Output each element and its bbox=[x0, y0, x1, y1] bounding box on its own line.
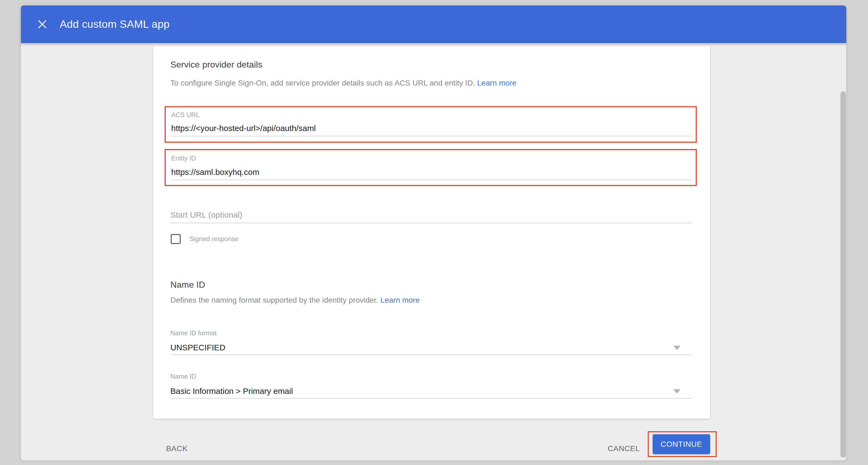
learn-more-link[interactable]: Learn more bbox=[477, 79, 516, 87]
back-button[interactable]: BACK bbox=[166, 444, 188, 453]
name-id-format-dropdown[interactable]: UNSPECIFIED bbox=[170, 343, 225, 352]
name-id-format-underline bbox=[170, 355, 692, 355]
acs-url-underline bbox=[171, 136, 693, 136]
entity-id-input[interactable]: https://saml.boxyhq.com bbox=[171, 168, 259, 177]
name-id-heading: Name ID bbox=[170, 280, 205, 290]
name-id-dropdown[interactable]: Basic Information > Primary email bbox=[170, 387, 293, 396]
triangle-down-icon[interactable] bbox=[673, 389, 680, 394]
signed-response-label: Signed response bbox=[189, 235, 239, 243]
dialog-title: Add custom SAML app bbox=[60, 18, 169, 30]
start-url-underline bbox=[170, 223, 692, 223]
cancel-button[interactable]: CANCEL bbox=[608, 444, 640, 453]
entity-id-label: Entity ID bbox=[171, 155, 196, 162]
entity-id-underline bbox=[171, 179, 693, 180]
learn-more-link[interactable]: Learn more bbox=[380, 296, 420, 304]
dialog-header: Add custom SAML app bbox=[21, 5, 846, 43]
signed-response-checkbox[interactable] bbox=[170, 234, 181, 244]
triangle-down-icon[interactable] bbox=[673, 346, 680, 350]
service-provider-description: To configure Single Sign-On, add service… bbox=[170, 79, 517, 88]
description-text: Defines the naming format supported by t… bbox=[170, 296, 378, 304]
description-text: To configure Single Sign-On, add service… bbox=[170, 79, 475, 87]
name-id-label: Name ID bbox=[170, 373, 196, 380]
continue-button[interactable]: CONTINUE bbox=[653, 434, 710, 454]
acs-url-label: ACS URL bbox=[171, 111, 199, 119]
service-provider-heading: Service provider details bbox=[170, 60, 262, 70]
start-url-input[interactable] bbox=[170, 208, 692, 222]
close-button[interactable] bbox=[34, 16, 51, 32]
name-id-description: Defines the naming format supported by t… bbox=[170, 296, 420, 304]
acs-url-input[interactable]: https://<your-hosted-url>/api/oauth/saml bbox=[171, 124, 316, 133]
add-custom-saml-app-dialog: Add custom SAML app Service provider det… bbox=[21, 5, 846, 460]
name-id-underline bbox=[170, 398, 692, 399]
name-id-format-label: Name ID format bbox=[170, 329, 216, 337]
close-icon bbox=[37, 19, 48, 30]
service-provider-card: Service provider details To configure Si… bbox=[153, 46, 710, 419]
annotation-highlight-entity-id: Entity ID https://saml.boxyhq.com bbox=[165, 149, 697, 186]
scrollbar-thumb[interactable] bbox=[840, 91, 846, 458]
annotation-highlight-acs-url: ACS URL https://<your-hosted-url>/api/oa… bbox=[165, 106, 697, 143]
